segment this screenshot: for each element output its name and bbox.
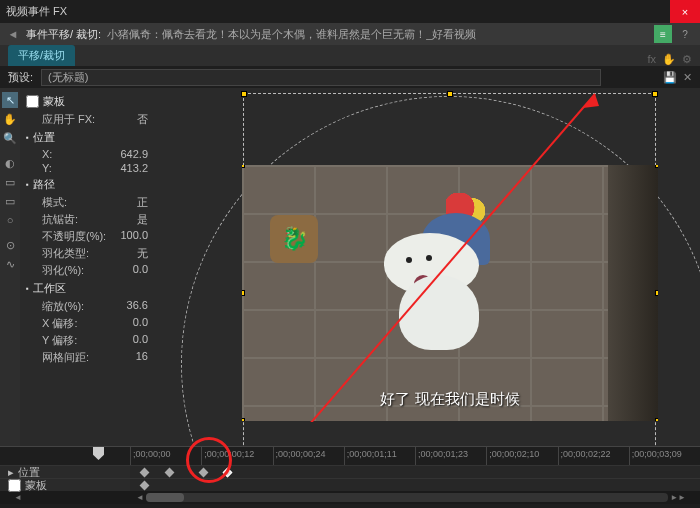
close-button[interactable]: × (670, 0, 700, 23)
delete-preset-icon[interactable]: ✕ (683, 71, 692, 84)
prop-row[interactable]: X:642.9 (20, 147, 155, 161)
prop-row[interactable]: 缩放(%):36.6 (20, 298, 155, 315)
keyframe-selected[interactable] (223, 468, 233, 478)
subtab-row: 平移/裁切 fx ✋ ⚙ (0, 45, 700, 66)
prop-row[interactable]: 应用于 FX:否 (20, 111, 155, 128)
timeline: ;00;00;00 ;00;00;00;12 ;00;00;00;24 ;00;… (0, 446, 700, 508)
breadcrumb-row: ◄ 事件平移/ 裁切: 小猪佩奇：佩奇去看龙！本以为是个木偶，谁料居然是个巨无霸… (0, 23, 700, 45)
keyframe[interactable] (140, 481, 150, 491)
effect-name: 事件平移/ 裁切: (26, 27, 101, 42)
save-preset-icon[interactable]: 💾 (663, 71, 677, 84)
playhead[interactable] (93, 447, 104, 460)
prop-group-position[interactable]: ▪位置 (20, 128, 155, 147)
track-mask[interactable]: 蒙板 (0, 478, 700, 491)
prop-group-workarea[interactable]: ▪工作区 (20, 279, 155, 298)
track-position[interactable]: ▸位置 (0, 465, 700, 478)
prop-row[interactable]: 模式:正 (20, 194, 155, 211)
settings-icon[interactable]: ⚙ (682, 53, 692, 66)
prop-row[interactable]: 羽化(%):0.0 (20, 262, 155, 279)
handle-tr[interactable] (652, 91, 658, 97)
subtitle: 好了 现在我们是时候 (242, 390, 658, 409)
handle-vid-ml[interactable] (242, 290, 245, 296)
prop-row[interactable]: X 偏移:0.0 (20, 315, 155, 332)
prop-row[interactable]: 不透明度(%):100.0 (20, 228, 155, 245)
video-preview: 🐉 好了 现在我们是时候 (242, 165, 658, 421)
handle-vid-tl[interactable] (242, 165, 245, 168)
prop-row[interactable]: Y:413.2 (20, 161, 155, 175)
prop-group-path[interactable]: ▪路径 (20, 175, 155, 194)
keyframe[interactable] (199, 468, 209, 478)
prop-group-mask[interactable]: 蒙板 (20, 92, 155, 111)
handle-tc[interactable] (447, 91, 453, 97)
prop-row[interactable]: Y 偏移:0.0 (20, 332, 155, 349)
tool-toggle[interactable]: ◐ (2, 155, 18, 171)
tool-magnet[interactable]: ⊙ (2, 237, 18, 253)
tool-pointer[interactable]: ↖ (2, 92, 18, 108)
tool-hand[interactable]: ✋ (2, 111, 18, 127)
tool-circle[interactable]: ○ (2, 212, 18, 228)
handle-vid-br[interactable] (655, 418, 658, 421)
tool-rect2[interactable]: ▭ (2, 193, 18, 209)
tool-zoom[interactable]: 🔍 (2, 130, 18, 146)
prop-row[interactable]: 抗锯齿:是 (20, 211, 155, 228)
preset-dropdown[interactable]: (无标题) (41, 69, 601, 86)
handle-vid-mr[interactable] (655, 290, 658, 296)
back-icon[interactable]: ◄ (6, 27, 20, 41)
keyframe[interactable] (140, 468, 150, 478)
help-icon[interactable]: ? (676, 25, 694, 43)
timeline-ruler[interactable]: ;00;00;00 ;00;00;00;12 ;00;00;00;24 ;00;… (0, 447, 700, 465)
tool-rect[interactable]: ▭ (2, 174, 18, 190)
properties-panel: 蒙板 应用于 FX:否 ▪位置 X:642.9 Y:413.2 ▪路径 模式:正… (20, 88, 155, 446)
knight-character (374, 205, 504, 355)
keyframe[interactable] (165, 468, 175, 478)
handle-vid-bl[interactable] (242, 418, 245, 421)
prop-row[interactable]: 网格间距:16 (20, 349, 155, 366)
tool-curve[interactable]: ∿ (2, 256, 18, 272)
tab-pan-crop[interactable]: 平移/裁切 (8, 45, 75, 66)
track-mask-checkbox[interactable] (8, 479, 21, 492)
dragon-sign: 🐉 (270, 215, 318, 263)
scrollbar-thumb[interactable] (146, 493, 184, 502)
title-bar: 视频事件 FX × (0, 0, 700, 23)
preset-row: 预设: (无标题) 💾 ✕ (0, 66, 700, 88)
clip-path: 小猪佩奇：佩奇去看龙！本以为是个木偶，谁料居然是个巨无霸！_好看视频 (107, 27, 476, 42)
prop-row[interactable]: 羽化类型:无 (20, 245, 155, 262)
fx-icon[interactable]: fx (647, 53, 656, 66)
list-icon[interactable]: ≡ (654, 25, 672, 43)
canvas[interactable]: 🐉 好了 现在我们是时候 (155, 88, 700, 446)
close-icon: × (682, 6, 688, 18)
timeline-scrollbar[interactable]: ◄◄ ►► (0, 491, 700, 504)
mask-checkbox[interactable] (26, 95, 39, 108)
handle-tl[interactable] (241, 91, 247, 97)
main-area: ↖ ✋ 🔍 ◐ ▭ ▭ ○ ⊙ ∿ 蒙板 应用于 FX:否 ▪位置 X:642.… (0, 88, 700, 446)
hand-icon[interactable]: ✋ (662, 53, 676, 66)
preset-label: 预设: (8, 70, 33, 85)
toolbar: ↖ ✋ 🔍 ◐ ▭ ▭ ○ ⊙ ∿ (0, 88, 20, 446)
handle-vid-tr[interactable] (655, 165, 658, 168)
window-title: 视频事件 FX (6, 4, 67, 19)
